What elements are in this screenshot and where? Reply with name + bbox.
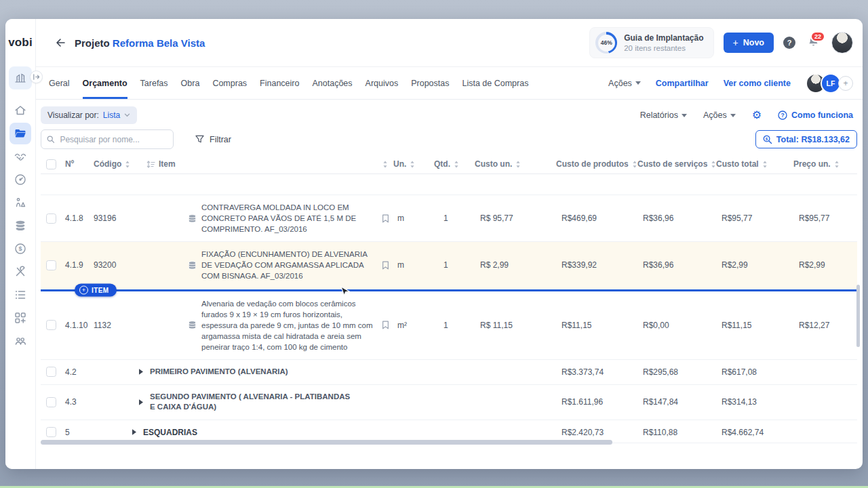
expand-triangle-icon[interactable] [132,429,137,435]
total-cost: R$617,08 [716,367,793,377]
expand-triangle-icon[interactable] [138,369,144,375]
products-cost: R$339,92 [556,260,637,270]
share-button[interactable]: Compartilhar [656,79,709,88]
item-row-4.1.8[interactable]: 4.1.8 93196 CONTRAVERGA MOLDADA IN LOCO … [41,195,857,242]
row-checkbox[interactable] [46,397,56,407]
add-collaborator-button[interactable]: + [838,76,853,91]
tab-tarefas[interactable]: Tarefas [140,67,168,99]
total-cost: R$2,99 [716,260,793,270]
caret-down-icon [635,81,641,85]
workspace-thumbnail[interactable] [9,66,32,89]
implementation-guide-widget[interactable]: 46% Guia de Implantação 20 itens restant… [589,27,713,58]
view-mode-selector[interactable]: Visualizar por: Lista [41,106,137,124]
reports-menu[interactable]: Relatórios [640,110,687,120]
materials-stack-icon[interactable] [9,215,31,237]
services-cost: R$0,00 [637,321,716,330]
help-icon[interactable]: ? [783,37,795,49]
item-description: CONTRAVERGA MOLDADA IN LOCO EM CONCRETO … [201,202,379,235]
total-budget-pill[interactable]: $ Total: R$18.133,62 [755,130,857,148]
row-checkbox[interactable] [46,367,56,377]
bookmark-icon[interactable] [382,261,389,270]
tab-compras[interactable]: Compras [212,67,247,99]
products-cost: R$3.373,74 [556,367,637,377]
expand-triangle-icon[interactable] [138,399,144,405]
search-input[interactable] [58,134,167,145]
search-icon [47,135,54,144]
unit-price: R$2,99 [793,260,857,270]
group-label: ESQUADRIAS [143,427,197,438]
tools-icon[interactable] [9,261,31,283]
row-code: 93196 [94,214,130,223]
tab-geral[interactable]: Geral [49,67,70,99]
filter-button[interactable]: Filtrar [195,135,231,144]
row-checkbox[interactable] [46,260,56,270]
project-name[interactable]: Reforma Bela Vista [113,37,205,49]
how-it-works-link[interactable]: ? Como funciona [778,110,853,120]
toolbar-actions-menu[interactable]: Ações [703,110,736,120]
row-number: 4.1.10 [65,321,94,330]
home-icon[interactable] [9,100,31,121]
row-checkbox[interactable] [46,320,56,330]
sort-icon[interactable] [382,161,388,168]
tab-orçamento[interactable]: Orçamento [83,67,127,99]
list-icon[interactable] [9,284,31,306]
caret-down-icon [682,114,687,117]
vertical-scrollbar[interactable] [856,285,860,347]
quantity: 1 [434,321,475,330]
item-row-4.1.10[interactable]: 4.1.10 1132 Alvenaria de vedação com blo… [41,291,857,360]
row-checkbox[interactable] [46,427,56,437]
sort-icon[interactable] [454,161,459,168]
desktop-frame: vobi $ Projeto Reforma Bela Vista 46% [0,0,868,488]
total-cost: R$314,13 [716,397,793,407]
team-icon[interactable] [9,330,31,352]
select-all-checkbox[interactable] [46,159,56,169]
actions-menu[interactable]: Ações [608,79,641,88]
user-avatar[interactable] [831,32,853,54]
bookmark-icon[interactable] [382,321,389,329]
question-circle-icon: ? [778,110,787,120]
tab-anotações[interactable]: Anotações [312,67,352,99]
item-description: FIXAÇÃO (ENCUNHAMENTO) DE ALVENARIA DE V… [201,249,379,281]
sort-icon[interactable] [834,161,840,168]
tab-propostas[interactable]: Propostas [411,67,449,99]
composition-layers-icon [188,214,197,223]
sort-icon[interactable] [515,161,521,168]
item-row-4.1.7[interactable]: 4.1.7 93190 JANELAS COM ATÉ 1,5 M DE VÃO… [41,174,857,195]
tab-financeiro[interactable]: Financeiro [260,67,299,99]
sort-icon[interactable] [762,161,768,168]
group-row-4.2[interactable]: 4.2 PRIMEIRO PAVIMENTO (ALVENARIA) R$3.3… [41,360,857,385]
tab-lista-de-compras[interactable]: Lista de Compras [462,67,528,99]
column-header-custo-total: Custo total [716,159,793,169]
add-item-button[interactable]: + ITEM [75,284,117,297]
bookmark-icon[interactable] [382,214,389,223]
search-box[interactable] [41,129,174,149]
construction-icon[interactable] [9,192,31,214]
sidebar-expand-button[interactable] [30,70,43,83]
notifications-bell-icon[interactable]: 22 [808,36,819,50]
projects-folder-icon[interactable] [9,123,31,144]
money-magnifier-icon: $ [763,135,772,144]
handshake-icon[interactable] [9,146,31,167]
new-button[interactable]: + Novo [724,33,774,53]
group-row-4.3[interactable]: 4.3 SEGUNDO PAVIMENTO ( ALVENARIA - PLAT… [41,385,857,420]
settings-gear-icon[interactable]: ⚙ [752,110,762,121]
tab-arquivos[interactable]: Arquivos [366,67,399,99]
services-cost: R$36,96 [637,214,716,223]
products-cost: R$11,15 [556,321,637,330]
view-as-client-button[interactable]: Ver como cliente [724,79,791,88]
back-arrow-icon[interactable] [53,35,68,50]
item-sort-icon[interactable] [146,161,155,168]
apps-grid-icon[interactable] [9,307,31,329]
horizontal-scrollbar[interactable] [41,440,612,445]
row-checkbox[interactable] [46,214,56,224]
gauge-icon[interactable] [9,169,31,190]
notification-count-badge: 22 [810,31,825,42]
caret-down-icon [730,114,736,117]
item-row-4.1.9[interactable]: 4.1.9 93200 FIXAÇÃO (ENCUNHAMENTO) DE AL… [41,242,857,289]
finance-coin-icon[interactable]: $ [9,238,31,260]
budget-table: NºCódigoItemUn.Qtd.Custo un.Custo de pro… [41,155,857,443]
sort-icon[interactable] [632,161,637,168]
sort-icon[interactable] [410,161,415,168]
quantity: 1 [434,260,475,270]
tab-obra[interactable]: Obra [181,67,200,99]
